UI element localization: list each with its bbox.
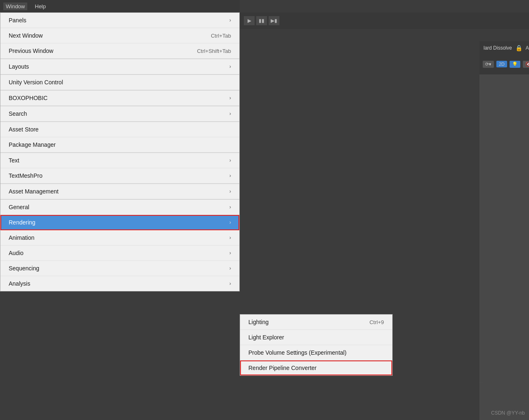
submenu-item-label-render-pipeline-converter: Render Pipeline Converter xyxy=(248,365,317,371)
menu-item-arrow-search: › xyxy=(229,111,231,117)
svg-line-6 xyxy=(521,341,529,420)
menu-item-arrow-rendering: › xyxy=(229,220,231,225)
menu-item-shortcut-previous-window: Ctrl+Shift+Tab xyxy=(197,48,231,54)
submenu-item-shortcut-lighting: Ctrl+9 xyxy=(369,319,384,325)
menu-item-arrow-analysis: › xyxy=(229,281,231,286)
menu-item-previous-window[interactable]: Previous WindowCtrl+Shift+Tab xyxy=(0,43,239,59)
scene-view-controls: ⟳▾ 2D 💡 🔇 ✦▾ 👁 📷▾ 🌐▾ xyxy=(479,54,529,74)
menu-item-arrow-asset-management: › xyxy=(229,189,231,194)
menu-item-textmeshpro[interactable]: TextMeshPro› xyxy=(0,168,239,184)
menu-item-arrow-panels: › xyxy=(229,17,231,23)
asset-store-label[interactable]: Asset Store xyxy=(526,45,529,51)
menu-item-label-rendering: Rendering xyxy=(9,219,36,226)
menu-item-asset-store[interactable]: Asset Store xyxy=(0,122,239,137)
watermark: CSDN @YY-nb xyxy=(491,410,525,416)
menu-item-label-text: Text xyxy=(9,157,19,164)
menu-item-label-textmeshpro: TextMeshPro xyxy=(9,172,43,179)
menu-item-text[interactable]: Text› xyxy=(0,153,239,168)
menu-item-label-boxophobic: BOXOPHOBIC xyxy=(9,95,48,101)
menu-item-label-asset-store: Asset Store xyxy=(9,126,38,133)
2d-button[interactable]: 2D xyxy=(496,61,507,67)
rendering-submenu: LightingCtrl+9Light ExplorerProbe Volume… xyxy=(240,314,393,376)
submenu-item-lighting[interactable]: LightingCtrl+9 xyxy=(240,315,392,330)
menu-item-package-manager[interactable]: Package Manager xyxy=(0,137,239,153)
menu-item-label-animation: Animation xyxy=(9,234,34,241)
menu-item-panels[interactable]: Panels› xyxy=(0,13,239,28)
scene-3d-area: x y ≤ Persp xyxy=(479,74,529,420)
menu-item-rendering[interactable]: Rendering› xyxy=(0,215,239,230)
lighting-toggle[interactable]: 💡 xyxy=(510,61,520,68)
menu-item-analysis[interactable]: Analysis› xyxy=(0,276,239,291)
step-button[interactable]: ▶▮ xyxy=(269,16,279,25)
menu-item-arrow-layouts: › xyxy=(229,64,231,69)
menu-item-sequencing[interactable]: Sequencing› xyxy=(0,261,239,276)
help-menu[interactable]: Help xyxy=(32,2,48,10)
menu-item-arrow-text: › xyxy=(229,158,231,163)
menu-item-label-general: General xyxy=(9,204,29,210)
play-controls-bar: ▶ ▮▮ ▶▮ xyxy=(240,12,529,29)
menu-item-arrow-boxophobic: › xyxy=(229,95,231,101)
menu-item-arrow-textmeshpro: › xyxy=(229,173,231,179)
hard-dissolve-label: lard Dissolve xyxy=(484,45,512,51)
pause-button[interactable]: ▮▮ xyxy=(256,16,267,25)
menu-item-layouts[interactable]: Layouts› xyxy=(0,59,239,74)
menu-item-unity-version-control[interactable]: Unity Version Control xyxy=(0,75,239,90)
menu-item-label-analysis: Analysis xyxy=(9,280,30,287)
menu-item-arrow-animation: › xyxy=(229,235,231,241)
submenu-item-label-lighting: Lighting xyxy=(248,319,269,325)
menu-item-label-audio: Audio xyxy=(9,250,24,256)
window-dropdown-menu: Panels›Next WindowCtrl+TabPrevious Windo… xyxy=(0,12,240,291)
scene-grid xyxy=(479,217,529,420)
lock-icon: 🔒 xyxy=(515,45,522,51)
menu-item-next-window[interactable]: Next WindowCtrl+Tab xyxy=(0,28,239,43)
menu-item-label-previous-window: Previous Window xyxy=(9,48,53,54)
menu-item-shortcut-next-window: Ctrl+Tab xyxy=(211,33,231,39)
menu-item-boxophobic[interactable]: BOXOPHOBIC› xyxy=(0,91,239,106)
window-menu[interactable]: Window xyxy=(3,2,27,10)
menu-item-animation[interactable]: Animation› xyxy=(0,230,239,246)
menu-item-arrow-audio: › xyxy=(229,250,231,256)
menu-bar: Window Help xyxy=(0,0,240,12)
submenu-item-label-probe-volume: Probe Volume Settings (Experimental) xyxy=(248,349,346,356)
menu-item-label-panels: Panels xyxy=(9,17,26,24)
submenu-item-light-explorer[interactable]: Light Explorer xyxy=(240,330,392,345)
perspective-toggle[interactable]: ⟳▾ xyxy=(483,61,494,68)
audio-toggle[interactable]: 🔇 xyxy=(523,61,529,68)
menu-item-arrow-general: › xyxy=(229,204,231,210)
menu-item-label-asset-management: Asset Management xyxy=(9,188,59,195)
submenu-item-label-light-explorer: Light Explorer xyxy=(248,334,284,341)
menu-item-asset-management[interactable]: Asset Management› xyxy=(0,184,239,199)
menu-item-arrow-sequencing: › xyxy=(229,265,231,271)
menu-item-label-layouts: Layouts xyxy=(9,63,29,70)
menu-item-label-unity-version-control: Unity Version Control xyxy=(9,79,63,86)
menu-item-general[interactable]: General› xyxy=(0,200,239,215)
asset-store-bar: lard Dissolve 🔒 Asset Store ⋮ Insp xyxy=(479,41,529,55)
menu-item-label-sequencing: Sequencing xyxy=(9,265,39,272)
submenu-item-probe-volume[interactable]: Probe Volume Settings (Experimental) xyxy=(240,345,392,360)
menu-item-search[interactable]: Search› xyxy=(0,106,239,122)
menu-item-label-package-manager: Package Manager xyxy=(9,141,56,148)
menu-item-label-search: Search xyxy=(9,110,27,117)
menu-item-label-next-window: Next Window xyxy=(9,32,43,39)
menu-item-audio[interactable]: Audio› xyxy=(0,246,239,261)
play-button[interactable]: ▶ xyxy=(244,16,255,25)
submenu-item-render-pipeline-converter[interactable]: Render Pipeline Converter xyxy=(240,360,392,375)
